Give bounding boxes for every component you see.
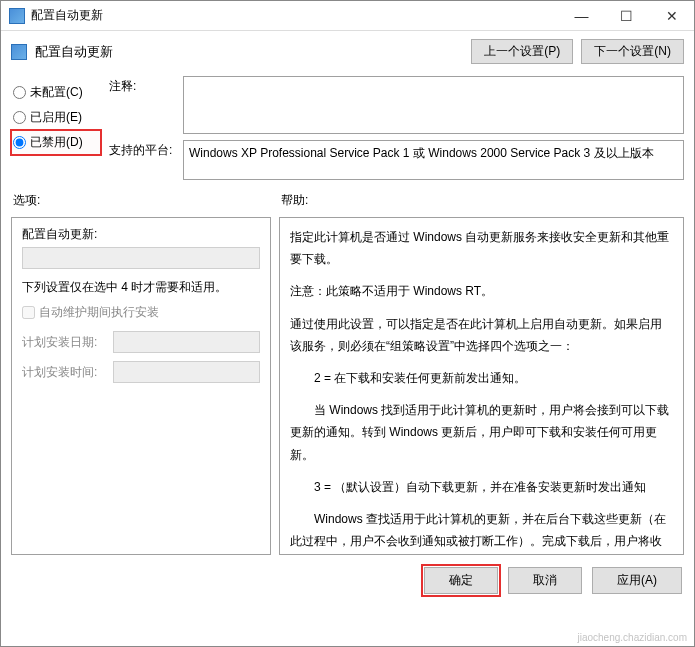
help-p3: 通过使用此设置，可以指定是否在此计算机上启用自动更新。如果启用该服务，则必须在“… [290, 313, 673, 357]
help-p5: 当 Windows 找到适用于此计算机的更新时，用户将会接到可以下载更新的通知。… [290, 399, 673, 466]
fields-column: 注释: 支持的平台: Windows XP Professional Servi… [109, 76, 684, 180]
bottom-buttons: 确定 取消 应用(A) [1, 559, 694, 602]
comment-textarea[interactable] [183, 76, 684, 134]
platform-label: 支持的平台: [109, 140, 177, 180]
options-note: 下列设置仅在选中 4 时才需要和适用。 [22, 279, 260, 296]
config-area: 未配置(C) 已启用(E) 已禁用(D) 注释: 支持的平台: Windows … [1, 72, 694, 188]
ok-button[interactable]: 确定 [424, 567, 498, 594]
help-panel[interactable]: 指定此计算机是否通过 Windows 自动更新服务来接收安全更新和其他重要下载。… [279, 217, 684, 555]
help-heading: 帮助: [281, 192, 308, 209]
watermark: jiaocheng.chazidian.com [577, 632, 687, 643]
help-p6: 3 = （默认设置）自动下载更新，并在准备安装更新时发出通知 [290, 476, 673, 498]
window-controls: — ☐ ✕ [559, 1, 694, 30]
options-config-select[interactable] [22, 247, 260, 269]
maximize-button[interactable]: ☐ [604, 1, 649, 30]
options-heading: 选项: [13, 192, 273, 209]
help-p1: 指定此计算机是否通过 Windows 自动更新服务来接收安全更新和其他重要下载。 [290, 226, 673, 270]
next-setting-button[interactable]: 下一个设置(N) [581, 39, 684, 64]
schedule-time-label: 计划安装时间: [22, 364, 107, 381]
radio-not-configured-input[interactable] [13, 86, 26, 99]
app-icon [9, 8, 25, 24]
radio-disabled-input[interactable] [13, 136, 26, 149]
section-labels: 选项: 帮助: [1, 188, 694, 213]
options-maintenance-check[interactable]: 自动维护期间执行安装 [22, 304, 260, 321]
schedule-time-select[interactable] [113, 361, 260, 383]
platform-box: Windows XP Professional Service Pack 1 或… [183, 140, 684, 180]
schedule-day-row: 计划安装日期: [22, 331, 260, 353]
radio-group: 未配置(C) 已启用(E) 已禁用(D) [11, 76, 101, 180]
radio-not-configured[interactable]: 未配置(C) [11, 80, 101, 105]
window-title: 配置自动更新 [31, 7, 559, 24]
comment-row: 注释: [109, 76, 684, 134]
radio-disabled[interactable]: 已禁用(D) [11, 130, 101, 155]
maintenance-checkbox[interactable] [22, 306, 35, 319]
options-panel: 配置自动更新: 下列设置仅在选中 4 时才需要和适用。 自动维护期间执行安装 计… [11, 217, 271, 555]
options-config-label: 配置自动更新: [22, 226, 260, 243]
schedule-time-row: 计划安装时间: [22, 361, 260, 383]
apply-button[interactable]: 应用(A) [592, 567, 682, 594]
platform-row: 支持的平台: Windows XP Professional Service P… [109, 140, 684, 180]
schedule-day-select[interactable] [113, 331, 260, 353]
policy-icon [11, 44, 27, 60]
minimize-button[interactable]: — [559, 1, 604, 30]
radio-enabled-label: 已启用(E) [30, 109, 82, 126]
radio-not-configured-label: 未配置(C) [30, 84, 83, 101]
radio-enabled-input[interactable] [13, 111, 26, 124]
comment-label: 注释: [109, 76, 177, 134]
cancel-button[interactable]: 取消 [508, 567, 582, 594]
radio-disabled-label: 已禁用(D) [30, 134, 83, 151]
schedule-day-label: 计划安装日期: [22, 334, 107, 351]
maintenance-checkbox-label: 自动维护期间执行安装 [39, 304, 159, 321]
close-button[interactable]: ✕ [649, 1, 694, 30]
middle-panels: 配置自动更新: 下列设置仅在选中 4 时才需要和适用。 自动维护期间执行安装 计… [1, 213, 694, 559]
help-p4: 2 = 在下载和安装任何更新前发出通知。 [290, 367, 673, 389]
help-p2: 注意：此策略不适用于 Windows RT。 [290, 280, 673, 302]
policy-title: 配置自动更新 [35, 43, 463, 61]
prev-setting-button[interactable]: 上一个设置(P) [471, 39, 573, 64]
radio-enabled[interactable]: 已启用(E) [11, 105, 101, 130]
help-p7: Windows 查找适用于此计算机的更新，并在后台下载这些更新（在此过程中，用户… [290, 508, 673, 555]
window-titlebar: 配置自动更新 — ☐ ✕ [1, 1, 694, 31]
toolbar: 配置自动更新 上一个设置(P) 下一个设置(N) [1, 31, 694, 72]
